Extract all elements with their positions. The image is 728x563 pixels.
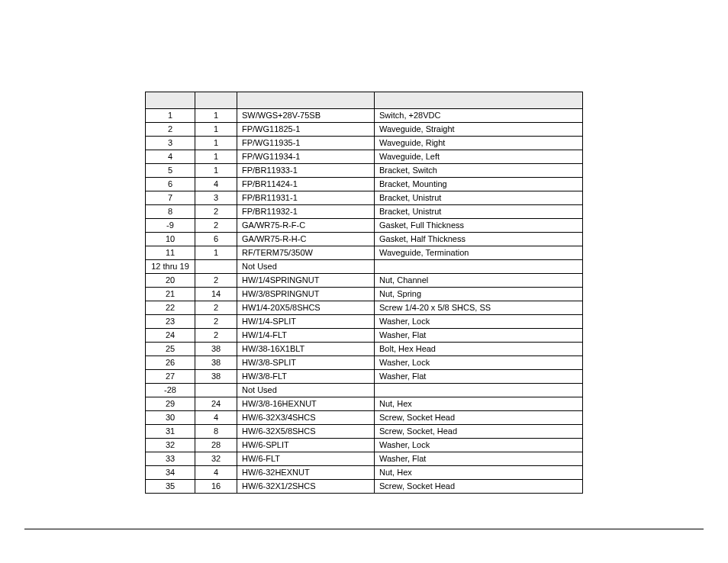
cell-qty: 1 [195,150,237,164]
table-row: 51FP/BR11933-1Bracket, Switch [146,164,583,178]
cell-qty: 32 [195,452,237,466]
table-row: 64FP/BR11424-1Bracket, Mounting [146,178,583,191]
cell-part: HW1/4-20X5/8SHCS [237,301,375,315]
parts-table-header [146,92,583,109]
cell-desc: Gasket, Full Thickness [375,219,583,233]
cell-qty: 2 [195,315,237,329]
table-row: -92GA/WR75-R-F-CGasket, Full Thickness [146,219,583,233]
cell-part: HW/1/4-SPLIT [237,315,375,329]
cell-item: 20 [146,274,195,288]
cell-qty: 3 [195,191,237,205]
cell-desc: Gasket, Half Thickness [375,233,583,246]
cell-desc: Washer, Flat [375,329,583,343]
cell-part: HW/3/8-FLT [237,370,375,384]
cell-part: HW/38-16X1BLT [237,343,375,356]
table-row: 11SW/WGS+28V-75SBSwitch, +28VDC [146,109,583,123]
cell-qty: 4 [195,411,237,425]
cell-part: HW/6-SPLIT [237,439,375,452]
cell-qty: 14 [195,288,237,301]
cell-item: 6 [146,178,195,191]
cell-qty: 1 [195,137,237,150]
table-row: 21FP/WG11825-1Waveguide, Straight [146,123,583,137]
cell-item: 23 [146,315,195,329]
cell-qty: 4 [195,466,237,480]
cell-qty: 28 [195,439,237,452]
cell-item: 35 [146,480,195,494]
cell-qty: 2 [195,219,237,233]
cell-item: 4 [146,150,195,164]
cell-item: 3 [146,137,195,150]
col-header-qty [195,92,237,109]
cell-item: 22 [146,301,195,315]
cell-part: SW/WGS+28V-75SB [237,109,375,123]
cell-desc: Waveguide, Straight [375,123,583,137]
cell-item: 27 [146,370,195,384]
cell-item: 7 [146,191,195,205]
cell-qty: 1 [195,164,237,178]
table-row: 2538HW/38-16X1BLTBolt, Hex Head [146,343,583,356]
cell-item: 30 [146,411,195,425]
table-row: 344HW/6-32HEXNUTNut, Hex [146,466,583,480]
cell-qty [195,260,237,274]
cell-part: HW/1/4SPRINGNUT [237,274,375,288]
cell-desc: Switch, +28VDC [375,109,583,123]
cell-item: 33 [146,452,195,466]
cell-desc: Screw 1/4-20 x 5/8 SHCS, SS [375,301,583,315]
cell-desc: Washer, Lock [375,356,583,370]
table-row: 222HW1/4-20X5/8SHCSScrew 1/4-20 x 5/8 SH… [146,301,583,315]
cell-qty: 38 [195,343,237,356]
cell-desc: Washer, Flat [375,452,583,466]
cell-part: FP/WG11935-1 [237,137,375,150]
cell-desc: Bracket, Mounting [375,178,583,191]
cell-part: Not Used [237,260,375,274]
cell-part: FP/BR11424-1 [237,178,375,191]
cell-qty: 4 [195,178,237,191]
table-row: 73FP/BR11931-1Bracket, Unistrut [146,191,583,205]
cell-part: HW/6-32X3/4SHCS [237,411,375,425]
cell-desc: Screw, Socket, Head [375,425,583,439]
cell-desc: Bracket, Unistrut [375,205,583,219]
cell-desc: Bracket, Switch [375,164,583,178]
cell-desc: Washer, Flat [375,370,583,384]
cell-item: 11 [146,246,195,260]
cell-item: 34 [146,466,195,480]
table-row: 3228HW/6-SPLITWasher, Lock [146,439,583,452]
cell-part: FP/BR11932-1 [237,205,375,219]
parts-table: 11SW/WGS+28V-75SBSwitch, +28VDC21FP/WG11… [145,92,583,494]
cell-part: HW/3/8SPRINGNUT [237,288,375,301]
cell-desc: Nut, Channel [375,274,583,288]
cell-part: HW/3/8-16HEXNUT [237,397,375,411]
cell-item: 1 [146,109,195,123]
cell-item: 24 [146,329,195,343]
table-row: 2114HW/3/8SPRINGNUTNut, Spring [146,288,583,301]
cell-item: -9 [146,219,195,233]
table-row: 41FP/WG11934-1Waveguide, Left [146,150,583,164]
cell-qty: 1 [195,123,237,137]
cell-item: 29 [146,397,195,411]
cell-item: 21 [146,288,195,301]
cell-qty: 2 [195,205,237,219]
table-row: 82FP/BR11932-1Bracket, Unistrut [146,205,583,219]
col-header-item [146,92,195,109]
cell-desc: Nut, Spring [375,288,583,301]
table-row: 202HW/1/4SPRINGNUTNut, Channel [146,274,583,288]
cell-desc: Waveguide, Right [375,137,583,150]
cell-qty: 24 [195,397,237,411]
cell-desc: Waveguide, Termination [375,246,583,260]
cell-item: 2 [146,123,195,137]
cell-part: FP/WG11825-1 [237,123,375,137]
cell-part: HW/6-32X5/8SHCS [237,425,375,439]
table-row: 232HW/1/4-SPLITWasher, Lock [146,315,583,329]
cell-desc: Washer, Lock [375,315,583,329]
cell-part: GA/WR75-R-F-C [237,219,375,233]
cell-part: RF/TERM75/350W [237,246,375,260]
cell-desc: Bracket, Unistrut [375,191,583,205]
cell-part: Not Used [237,384,375,397]
cell-item: 26 [146,356,195,370]
cell-part: HW/1/4-FLT [237,329,375,343]
cell-part: GA/WR75-R-H-C [237,233,375,246]
cell-item: 32 [146,439,195,452]
cell-item: -28 [146,384,195,397]
table-row: 106GA/WR75-R-H-CGasket, Half Thickness [146,233,583,246]
cell-item: 5 [146,164,195,178]
